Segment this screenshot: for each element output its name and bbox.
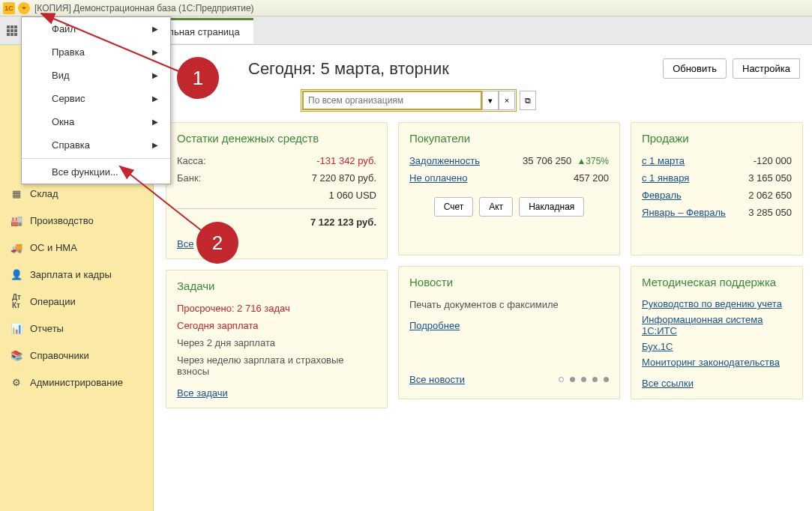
logo-1c: 1C: [3, 2, 15, 14]
card-title: Покупатели: [409, 132, 609, 145]
news-pager[interactable]: [559, 377, 609, 382]
sidebar-item-label: ОС и НМА: [30, 242, 77, 253]
sales-link[interactable]: Февраль: [642, 190, 682, 201]
link-debt[interactable]: Задолженность: [409, 155, 480, 166]
warehouse-icon: ▦: [10, 187, 22, 199]
sales-link[interactable]: Январь – Февраль: [642, 207, 726, 218]
svg-rect-2: [14, 25, 17, 28]
menu-all-functions[interactable]: Все функции...: [22, 160, 170, 184]
sales-link[interactable]: с 1 января: [642, 172, 689, 184]
truck-icon: 🚚: [10, 241, 22, 253]
annotation-badge-1: 1: [177, 57, 219, 99]
all-support-link[interactable]: Все ссылки: [642, 378, 694, 389]
menu-windows[interactable]: Окна▶: [22, 110, 170, 133]
sections-icon[interactable]: [6, 25, 18, 37]
page-title: Сегодня: 5 марта, вторник: [248, 59, 449, 79]
support-link[interactable]: Бух.1С: [642, 339, 792, 354]
books-icon: 📚: [10, 349, 22, 361]
svg-rect-8: [14, 33, 17, 36]
sidebar-item-label: Операции: [30, 296, 76, 307]
all-tasks-link[interactable]: Все задачи: [177, 387, 228, 399]
sidebar-item-operations[interactable]: ДтКтОперации: [0, 288, 153, 315]
all-news-link[interactable]: Все новости: [409, 374, 465, 385]
card-support: Методическая поддержка Руководство по ве…: [631, 266, 803, 399]
menu-edit[interactable]: Правка▶: [22, 40, 170, 64]
sidebar-item-label: Зарплата и кадры: [30, 269, 112, 280]
card-title: Задачи: [177, 279, 376, 292]
svg-rect-1: [10, 25, 13, 28]
sidebar-item-production[interactable]: 🏭Производство: [0, 207, 153, 234]
link-unpaid[interactable]: Не оплачено: [409, 172, 467, 184]
factory-icon: 🏭: [10, 214, 22, 226]
svg-rect-7: [10, 33, 13, 36]
support-link[interactable]: Информационная система 1С:ИТС: [642, 312, 792, 339]
sidebar-item-directories[interactable]: 📚Справочники: [0, 342, 153, 369]
card-buyers: Покупатели Задолженность35 706 250 ▲375%…: [398, 122, 620, 256]
org-clear-button[interactable]: ×: [499, 91, 515, 110]
card-news: Новости Печать документов с факсимиле По…: [398, 266, 620, 399]
menu-file[interactable]: Файл▶: [22, 17, 170, 40]
menu-service[interactable]: Сервис▶: [22, 87, 170, 110]
svg-rect-3: [7, 29, 10, 32]
chevron-right-icon: ▶: [152, 94, 158, 103]
sales-link[interactable]: с 1 марта: [642, 155, 685, 166]
annotation-badge-2: 2: [196, 222, 238, 264]
chevron-right-icon: ▶: [152, 118, 158, 126]
chevron-right-icon: ▶: [152, 71, 158, 79]
menu-view[interactable]: Вид▶: [22, 64, 170, 87]
sidebar-item-fixed-assets[interactable]: 🚚ОС и НМА: [0, 234, 153, 261]
waybill-button[interactable]: Накладная: [519, 197, 584, 217]
act-button[interactable]: Акт: [479, 197, 513, 217]
org-dropdown-button[interactable]: ▾: [482, 91, 499, 110]
invoice-button[interactable]: Счет: [434, 197, 474, 217]
settings-button[interactable]: Настройка: [733, 58, 800, 79]
menu-help[interactable]: Справка▶: [22, 133, 170, 157]
chart-icon: 📊: [10, 322, 22, 334]
gear-icon: ⚙: [10, 376, 22, 388]
sidebar-item-reports[interactable]: 📊Отчеты: [0, 315, 153, 342]
refresh-button[interactable]: Обновить: [663, 58, 727, 79]
chevron-right-icon: ▶: [152, 25, 158, 33]
main-menu-dropdown-button[interactable]: [18, 2, 30, 14]
svg-rect-4: [10, 29, 13, 32]
sidebar-item-label: Администрирование: [30, 377, 123, 388]
sidebar-item-label: Склад: [30, 188, 58, 199]
sidebar-item-label: Отчеты: [30, 323, 64, 334]
svg-rect-6: [7, 33, 10, 36]
chevron-right-icon: ▶: [152, 141, 158, 149]
sidebar-item-salary[interactable]: 👤Зарплата и кадры: [0, 261, 153, 288]
support-link[interactable]: Мониторинг законодательства: [642, 354, 792, 370]
ledger-icon: ДтКт: [10, 295, 22, 307]
sidebar-item-admin[interactable]: ⚙Администрирование: [0, 369, 153, 396]
sidebar-item-label: Справочники: [30, 350, 89, 361]
chevron-right-icon: ▶: [152, 48, 158, 56]
card-sales: Продажи с 1 марта-120 000 с 1 января3 16…: [631, 122, 803, 256]
organization-input[interactable]: [302, 91, 482, 110]
content-area: Сегодня: 5 марта, вторник Обновить Настр…: [154, 45, 812, 511]
svg-rect-5: [14, 29, 17, 32]
titlebar: 1C [КОПИЯ] Демонстрационная база (1С:Пре…: [0, 0, 812, 16]
all-balances-link[interactable]: Все: [177, 238, 193, 250]
card-title: Методическая поддержка: [642, 276, 792, 288]
card-title: Остатки денежных средств: [177, 132, 376, 145]
sidebar-item-label: Производство: [30, 215, 94, 226]
main-menu-dropdown: Файл▶ Правка▶ Вид▶ Сервис▶ Окна▶ Справка…: [21, 16, 171, 184]
card-title: Новости: [409, 276, 609, 288]
organization-selector[interactable]: ▾ ×: [301, 89, 517, 112]
card-tasks: Задачи Просрочено: 2 716 задач Сегодня з…: [166, 270, 388, 408]
news-more-link[interactable]: Подробнее: [409, 318, 609, 333]
card-title: Продажи: [642, 132, 792, 145]
support-link[interactable]: Руководство по ведению учета: [642, 296, 792, 312]
org-open-button[interactable]: ⧉: [520, 91, 536, 110]
svg-rect-0: [7, 25, 10, 28]
person-icon: 👤: [10, 268, 22, 280]
window-title: [КОПИЯ] Демонстрационная база (1С:Предпр…: [34, 3, 254, 13]
